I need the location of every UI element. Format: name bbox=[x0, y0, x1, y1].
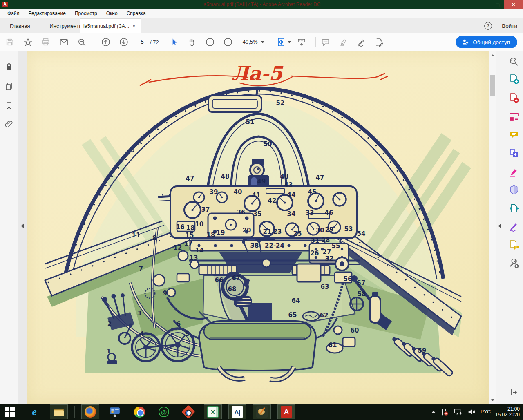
open-panel-arrow-icon[interactable] bbox=[509, 387, 519, 398]
export-pdf-icon[interactable] bbox=[509, 74, 519, 85]
next-page-icon[interactable] bbox=[119, 37, 129, 47]
create-pdf-icon[interactable] bbox=[509, 93, 519, 103]
tab-close-icon[interactable]: × bbox=[132, 23, 136, 29]
fill-sign-icon[interactable] bbox=[375, 37, 384, 47]
irfanview-icon[interactable] bbox=[179, 404, 197, 419]
tab-home[interactable]: Главная bbox=[0, 18, 40, 33]
callout-23: 23 bbox=[273, 228, 282, 235]
callout-10: 10 bbox=[195, 221, 204, 228]
page-number-input[interactable] bbox=[137, 38, 148, 46]
minimize-icon[interactable]: — bbox=[479, 0, 492, 9]
adobe-reader-icon[interactable]: A bbox=[277, 404, 295, 419]
page-thumbnails-icon[interactable] bbox=[4, 81, 14, 91]
file-explorer-icon[interactable] bbox=[50, 404, 68, 419]
callout-21: 21 bbox=[263, 228, 272, 235]
callout-48: 48 bbox=[280, 173, 289, 180]
menu-window[interactable]: Окно bbox=[102, 9, 122, 18]
firefox-icon[interactable] bbox=[81, 404, 99, 419]
bookmarks-icon[interactable] bbox=[4, 101, 14, 111]
close-icon[interactable]: × bbox=[504, 0, 523, 9]
sign-in-button[interactable]: Войти bbox=[502, 23, 517, 29]
select-tool-icon[interactable] bbox=[169, 37, 179, 47]
callout-62: 62 bbox=[320, 312, 329, 319]
save-icon[interactable] bbox=[5, 37, 15, 47]
callout-43: 43 bbox=[284, 181, 293, 189]
maximize-icon[interactable]: ▢ bbox=[492, 0, 504, 9]
action-center-flag-icon[interactable] bbox=[440, 407, 449, 416]
menu-file[interactable]: Файл bbox=[3, 9, 24, 18]
previous-page-icon[interactable] bbox=[101, 37, 111, 47]
zoom-out-icon[interactable] bbox=[205, 37, 215, 47]
taskbar-separator bbox=[74, 406, 76, 418]
highlighter-icon[interactable] bbox=[339, 37, 349, 47]
menu-help[interactable]: Справка bbox=[123, 9, 150, 18]
tray-expand-icon[interactable] bbox=[431, 411, 436, 413]
lock-icon[interactable] bbox=[4, 62, 14, 72]
edit-pdf-icon[interactable] bbox=[509, 111, 519, 122]
callout-56: 56 bbox=[344, 275, 352, 283]
fill-sign-tool-icon[interactable] bbox=[509, 221, 519, 232]
menu-view[interactable]: Просмотр bbox=[71, 9, 101, 18]
chrome-icon[interactable] bbox=[130, 404, 148, 419]
tab-document[interactable]: la5manual.pdf (ЗА... × bbox=[80, 18, 141, 33]
volume-icon[interactable] bbox=[467, 407, 476, 416]
collapse-right-panel-icon[interactable] bbox=[498, 223, 501, 228]
callout-25: 25 bbox=[293, 230, 302, 237]
paint-palette-icon[interactable] bbox=[253, 404, 271, 419]
callout-58: 58 bbox=[358, 290, 366, 298]
start-button[interactable] bbox=[1, 404, 19, 419]
collapse-left-panel-icon[interactable] bbox=[21, 223, 24, 228]
internet-explorer-icon[interactable]: e bbox=[25, 404, 43, 419]
zoom-in-icon[interactable] bbox=[223, 37, 233, 47]
scroll-up-icon[interactable] bbox=[489, 51, 496, 59]
organize-pages-icon[interactable] bbox=[509, 167, 519, 177]
document-viewport[interactable]: Ла-5 bbox=[18, 51, 489, 404]
callout-4: 4 bbox=[140, 331, 144, 338]
vertical-scrollbar[interactable] bbox=[489, 51, 496, 404]
window-titlebar: A la5manual.pdf (ЗАЩИТА) - Adobe Acrobat… bbox=[0, 0, 523, 9]
clock-time: 21:00 bbox=[495, 406, 520, 412]
callout-30: 30 bbox=[316, 227, 324, 234]
print-icon[interactable] bbox=[41, 37, 51, 47]
hand-tool-icon[interactable] bbox=[187, 37, 197, 47]
menu-bar: Файл Редактирование Просмотр Окно Справк… bbox=[0, 9, 523, 18]
callout-41: 41 bbox=[252, 192, 261, 199]
comment-tool-icon[interactable] bbox=[509, 130, 519, 140]
display-settings-icon[interactable] bbox=[106, 404, 124, 419]
fit-page-icon[interactable] bbox=[276, 37, 286, 47]
clock[interactable]: 21:00 15.02.2020 bbox=[495, 406, 520, 418]
signature-pen-icon[interactable] bbox=[357, 37, 367, 47]
autocad-icon[interactable]: A| bbox=[228, 404, 246, 419]
show-toolbar-icon[interactable] bbox=[297, 37, 306, 47]
callout-31: 31 bbox=[311, 237, 320, 244]
tab-document-label: la5manual.pdf (ЗА... bbox=[83, 23, 129, 29]
language-indicator[interactable]: РУС bbox=[481, 409, 491, 415]
menu-edit[interactable]: Редактирование bbox=[25, 9, 70, 18]
protect-shield-icon[interactable] bbox=[509, 185, 519, 195]
compress-pdf-icon[interactable] bbox=[509, 203, 519, 214]
send-for-comments-icon[interactable] bbox=[509, 240, 519, 250]
excel-icon[interactable]: X bbox=[204, 404, 222, 419]
favorite-star-icon[interactable] bbox=[23, 37, 33, 47]
comment-icon[interactable] bbox=[321, 37, 331, 47]
share-button-label: Общий доступ bbox=[473, 39, 510, 45]
share-button[interactable]: Общий доступ bbox=[456, 36, 517, 48]
more-tools-icon[interactable] bbox=[509, 258, 519, 269]
help-icon[interactable]: ? bbox=[484, 22, 492, 30]
zoom-dropdown-caret-icon[interactable] bbox=[261, 41, 264, 43]
attachments-icon[interactable] bbox=[4, 119, 14, 129]
callout-8: 8 bbox=[152, 235, 156, 242]
mailru-agent-icon[interactable]: @ bbox=[155, 404, 173, 419]
callout-7: 7 bbox=[139, 265, 143, 273]
search-tools-icon[interactable] bbox=[509, 56, 519, 67]
search-icon[interactable] bbox=[77, 37, 87, 47]
combine-files-icon[interactable] bbox=[509, 148, 519, 159]
network-icon[interactable] bbox=[454, 407, 463, 416]
scrollbar-thumb[interactable] bbox=[490, 75, 495, 96]
zoom-level-value[interactable]: 49,5% bbox=[241, 38, 259, 46]
scroll-down-icon[interactable] bbox=[489, 396, 496, 404]
fit-page-caret-icon[interactable] bbox=[288, 41, 291, 43]
callout-1: 1 bbox=[107, 348, 111, 355]
email-icon[interactable] bbox=[59, 37, 69, 47]
callout-45: 45 bbox=[308, 188, 317, 196]
